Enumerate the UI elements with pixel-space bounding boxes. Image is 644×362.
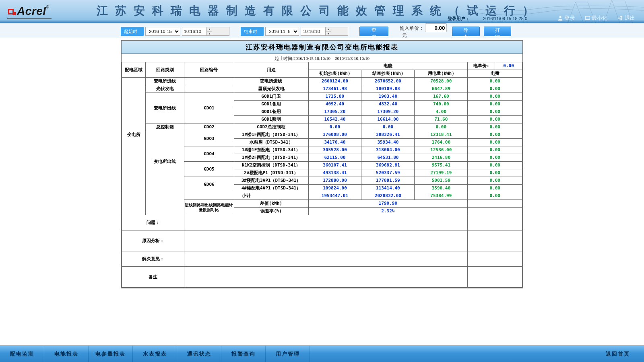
subtotal-fee: 0.00 [468,192,522,200]
spinner-down-icon[interactable]: ▼ [207,31,212,35]
exit-button[interactable]: 退出 [618,14,635,22]
start-time-tag: 起始时间 [121,27,144,36]
start-date-select[interactable]: 2016-10-15 [145,27,180,36]
subtotal-label: 小计 [184,192,308,200]
user-label: 登录用户： [448,16,470,21]
col-use: 用途 [234,62,308,78]
nav-alarm-query[interactable]: 报警查询 [221,346,266,362]
nav-comm-status[interactable]: 通讯状态 [177,346,221,362]
col-cat: 回路类别 [146,62,184,78]
table-row: 变电所出线GDO31#楼1F西配电（DTSD-341）376008.003883… [122,131,522,139]
energy-report: 江苏安科瑞电器制造有限公司变电所电能报表 起止时间:2016/10/15 10:… [121,40,523,288]
col-price-val: 0.00 [495,62,522,70]
query-toolbar: 起始时间 2016-10-15 10:16:10▲▼ 结束时间 2016-11-… [0,23,644,37]
minimize-button[interactable]: 最小化 [585,14,607,22]
end-date-select[interactable]: 2016-11- 8 [265,27,299,36]
col-usage: 用电量(kWh) [415,70,468,78]
end-time-tag: 结束时间 [241,27,264,36]
svg-rect-2 [586,19,590,20]
nav-water-report[interactable]: 水表报表 [133,346,177,362]
report-table: 配电区域 回路类别 回路编号 用途 电能 电单价: 0.00 初始抄表(kWh)… [122,62,522,288]
minimize-icon [585,15,590,21]
table-row: 变电所出线GDO1GOD1门卫1735.801903.40167.600.00 [122,93,522,101]
report-title: 江苏安科瑞电器制造有限公司变电所电能报表 [122,41,522,54]
query-button[interactable]: 查 询 [359,27,388,36]
nav-home[interactable]: 返回首页 [592,346,644,362]
nav-energy-report[interactable]: 电能报表 [44,346,89,362]
subtotal-row: 小计 1953447.01 2028832.00 75384.99 0.00 [122,192,522,200]
cmp-err-val: 2.32% [308,208,468,215]
nav-user-mgmt[interactable]: 用户管理 [266,346,310,362]
table-row: 光伏发电屋顶光伏发电173461.98180109.886647.890.00 [122,85,522,93]
clock: 2016/11/08 15:18:28:0 [483,16,527,21]
brand-mark-icon [8,9,16,15]
export-button[interactable]: 导 出 [452,27,479,36]
login-button[interactable]: 登录 [557,14,575,22]
unit-price-input[interactable] [425,23,447,32]
cmp-diff-label: 差值(kWh) [234,200,308,208]
nav-monitoring[interactable]: 配电监测 [0,346,44,362]
cmp-diff-val: 1790.90 [308,200,468,208]
note-reason: 原因分析： [122,230,522,251]
col-fee: 电费 [468,70,522,78]
unit-price: 输入单价： 元 [400,23,452,39]
report-scroll[interactable]: 江苏安科瑞电器制造有限公司变电所电能报表 起止时间:2016/10/15 10:… [121,37,523,334]
spinner-up-icon[interactable]: ▲ [326,27,331,31]
unit-price-label: 输入单价： [400,25,424,31]
app-header: Acrel® 江苏安科瑞电器制造有限公司能效管理系统（试运行） 登录用户： 20… [0,0,644,23]
cmp-label: 进线回路和出线回路电能计量数据对比 [184,200,234,215]
col-area: 配电区域 [122,62,146,78]
user-icon [557,15,563,21]
nav-param-report[interactable]: 电参量报表 [89,346,133,362]
brand-text: Acrel [17,5,46,17]
subtotal-end: 2028832.00 [361,192,415,200]
end-time-spinner[interactable]: 10:16:10▲▼ [301,27,348,36]
col-end: 结束抄表(kWh) [361,70,415,78]
col-price-label: 电单价: [468,62,495,70]
header-info: 登录用户： 2016/11/08 15:18:28:0 [448,16,539,22]
cmp-err-label: 误差率(%) [234,208,308,215]
col-energy: 电能 [308,62,468,70]
spinner-up-icon[interactable]: ▲ [207,27,212,31]
header-controls: 登录 最小化 退出 [549,14,635,22]
svg-point-0 [559,16,561,18]
print-button[interactable]: 打 印 [484,27,511,36]
table-row: 变电所变电所进线变电所进线2600124.002670652.0070528.0… [122,78,522,85]
spinner-down-icon[interactable]: ▼ [326,31,331,35]
start-time-spinner[interactable]: 10:16:10▲▼ [182,27,229,36]
subtotal-usage: 75384.99 [415,192,468,200]
brand-logo: Acrel® [7,5,52,19]
table-row: 总控制箱GDO2GOD2总控制柜0.000.000.000.00 [122,123,522,131]
col-begin: 初始抄表(kWh) [308,70,361,78]
note-remark: 备注 [122,267,522,288]
subtotal-begin: 1953447.01 [308,192,361,200]
footer-nav: 配电监测 电能报表 电参量报表 水表报表 通讯状态 报警查询 用户管理 返回首页 [0,346,644,362]
exit-icon [618,15,623,21]
report-subtitle: 起止时间:2016/10/15 10:16:10—2016/11/8 10:16… [122,54,522,62]
col-no: 回路编号 [184,62,234,78]
note-solve: 解决意见： [122,251,522,267]
note-question: 问题： [122,215,522,230]
